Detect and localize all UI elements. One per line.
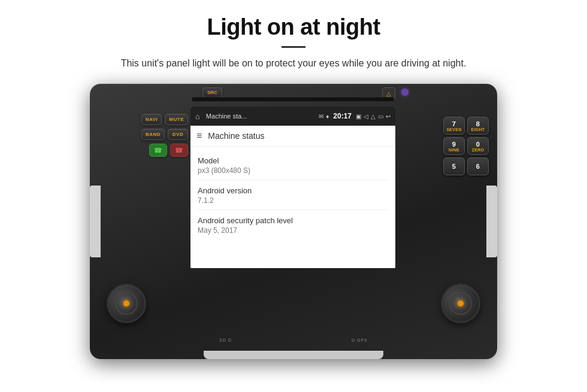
gps-slot-label: D GPS: [352, 338, 368, 342]
screen-icon: ▭: [378, 113, 383, 120]
status-icons: ✉ ♦ 20:17 ▣ ◁ △ ▭ ↩: [319, 112, 391, 120]
toolbar-title: Machine status: [208, 131, 264, 141]
left-knob[interactable]: [107, 284, 146, 323]
sd-slot-label: SD D: [219, 338, 232, 342]
side-panel-right: [486, 186, 497, 257]
dvd-button[interactable]: DVD: [168, 129, 188, 140]
button-seven[interactable]: 7 SEVEN: [443, 117, 465, 135]
app-content: ≡ Machine status Model px3 (800x480 S) A…: [190, 126, 395, 268]
navi-button[interactable]: NAVI: [141, 114, 162, 125]
left-knob-indicator: [123, 300, 129, 306]
right-knob-inner: [449, 292, 472, 315]
page-subtitle: This unit's panel light will be on to pr…: [36, 56, 551, 71]
info-list: Model px3 (800x480 S) Android version 7.…: [190, 147, 395, 243]
btn-row-2: BAND DVD: [141, 129, 188, 140]
button-nine-num: 9: [452, 141, 456, 148]
button-eight[interactable]: 8 EIGHT: [467, 117, 489, 135]
right-knob-indicator: [458, 300, 464, 306]
btn-row-phone: ☎ ☎: [149, 144, 188, 157]
button-zero-num: 0: [476, 141, 480, 148]
android-screen: ⌂ Machine sta... ✉ ♦ 20:17 ▣ ◁ △ ▭ ↩ ≡ M…: [190, 107, 395, 268]
band-button[interactable]: BAND: [141, 129, 165, 140]
btn-row-1: NAVI MUTE: [141, 114, 188, 125]
button-seven-num: 7: [452, 120, 456, 127]
info-item-security-patch: Android security patch level May 5, 2017: [198, 210, 388, 239]
phone-answer-button[interactable]: ☎: [149, 144, 167, 157]
button-nine[interactable]: 9 NINE: [443, 137, 465, 155]
bottom-panel: [204, 351, 383, 359]
info-label-android-version: Android version: [198, 186, 388, 195]
left-button-panel: NAVI MUTE BAND DVD ☎ ☎: [99, 114, 188, 263]
info-label-security-patch: Android security patch level: [198, 216, 388, 225]
mute-button[interactable]: MUTE: [165, 114, 188, 125]
status-app-name: Machine sta...: [206, 113, 315, 120]
info-item-android-version: Android version 7.1.2: [198, 180, 388, 210]
button-six-num: 6: [476, 163, 480, 170]
app-toolbar: ≡ Machine status: [190, 126, 395, 147]
left-knob-inner: [115, 292, 138, 315]
upload-icon: △: [371, 113, 376, 120]
menu-icon[interactable]: ≡: [196, 130, 202, 141]
num-row-3: 5 6: [411, 157, 489, 175]
num-row-2: 9 NINE 0 ZERO: [411, 137, 489, 155]
location-icon: ♦: [326, 113, 329, 120]
cd-slot: [192, 97, 394, 102]
purple-indicator: [401, 89, 409, 96]
car-radio-device: SRC △ ⌂ Machine sta... ✉ ♦ 20:17 ▣ ◁ △ ▭: [90, 84, 497, 359]
info-value-model: px3 (800x480 S): [198, 166, 388, 175]
num-row-1: 7 SEVEN 8 EIGHT: [411, 117, 489, 135]
info-item-model: Model px3 (800x480 S): [198, 150, 388, 180]
button-five-num: 5: [452, 163, 456, 170]
button-seven-label: SEVEN: [446, 127, 461, 132]
button-zero-label: ZERO: [472, 148, 485, 152]
src-button[interactable]: SRC: [202, 87, 222, 98]
status-time: 20:17: [333, 112, 352, 120]
bottom-slots: SD D D GPS: [219, 338, 368, 342]
info-label-model: Model: [198, 156, 388, 165]
back-icon[interactable]: ↩: [386, 113, 391, 120]
button-eight-label: EIGHT: [471, 127, 485, 132]
volume-icon: ◁: [364, 113, 368, 120]
right-numeric-panel: 7 SEVEN 8 EIGHT 9 NINE 0 ZERO: [411, 117, 489, 175]
message-icon: ✉: [319, 113, 323, 120]
page-header: Light on at night This unit's panel ligh…: [0, 0, 587, 80]
right-knob[interactable]: [441, 284, 480, 323]
home-icon[interactable]: ⌂: [195, 112, 200, 121]
button-nine-label: NINE: [449, 148, 459, 152]
button-six[interactable]: 6: [467, 157, 489, 175]
info-value-security-patch: May 5, 2017: [198, 226, 388, 235]
button-zero[interactable]: 0 ZERO: [467, 137, 489, 155]
info-value-android-version: 7.1.2: [198, 196, 388, 205]
title-divider: [282, 46, 305, 48]
camera-icon: ▣: [356, 113, 361, 120]
radio-shell: SRC △ ⌂ Machine sta... ✉ ♦ 20:17 ▣ ◁ △ ▭: [90, 84, 497, 359]
page-title: Light on at night: [36, 14, 551, 40]
button-eight-num: 8: [476, 120, 480, 127]
button-five[interactable]: 5: [443, 157, 465, 175]
status-bar: ⌂ Machine sta... ✉ ♦ 20:17 ▣ ◁ △ ▭ ↩: [190, 107, 395, 126]
phone-hangup-button[interactable]: ☎: [170, 144, 188, 157]
